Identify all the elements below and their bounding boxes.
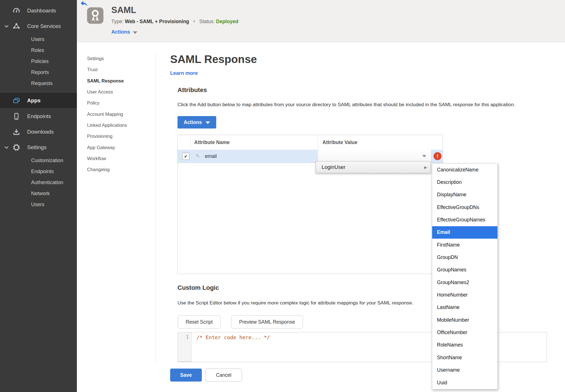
column-header-attribute-value: Attribute Value [322, 135, 358, 150]
editor-line-number-gutter: 1 [178, 332, 192, 362]
menu-item-email[interactable]: Email [432, 226, 497, 239]
status-badge: Deployed [216, 19, 238, 24]
download-icon [12, 128, 20, 136]
check-icon: ✔ [184, 154, 188, 159]
editor-code-line[interactable]: /* Enter code here... */ [196, 334, 270, 340]
sidebar-item-label: Endpoints [27, 113, 51, 119]
table-row[interactable]: ✔ ✎ email ! [178, 150, 443, 163]
attributes-description: Click the Add button below to map attrib… [177, 102, 515, 108]
menu-item-uuid[interactable]: Uuid [432, 376, 497, 389]
value-source-menu-loginuser[interactable]: LoginUser ▶ [316, 161, 431, 173]
sidebar-item-customization[interactable]: Customization [0, 155, 77, 166]
tab-trust[interactable]: Trust [87, 64, 146, 75]
reset-script-button[interactable]: Reset Script [178, 315, 220, 328]
attributes-heading: Attributes [177, 86, 207, 94]
menu-item-displayname[interactable]: DisplayName [432, 189, 497, 201]
preview-saml-response-button[interactable]: Preview SAML Response [231, 315, 303, 328]
menu-item-shortname[interactable]: ShortName [432, 351, 497, 364]
sidebar-item-dashboards[interactable]: Dashboards [0, 3, 77, 18]
attribute-submenu: CanonicalizeName Description DisplayName… [432, 163, 498, 389]
tab-app-gateway[interactable]: App Gateway [87, 142, 146, 153]
gear-icon [12, 143, 20, 151]
menu-item-lastname[interactable]: LastName [432, 301, 497, 314]
menu-item-groupnames2[interactable]: GroupNames2 [432, 276, 497, 289]
gauge-icon [12, 7, 20, 15]
custom-logic-description: Use the Script Editor below if you requi… [177, 300, 413, 306]
sidebar-item-settings-users[interactable]: Users [0, 199, 77, 210]
menu-item-canonicalizename[interactable]: CanonicalizeName [432, 164, 497, 176]
tab-provisioning[interactable]: Provisioning [87, 131, 146, 142]
sidebar-item-downloads[interactable]: Downloads [0, 124, 77, 140]
table-header-row: Attribute Name Attribute Value [178, 135, 443, 150]
sidebar-item-core-services[interactable]: Core Services [0, 18, 77, 34]
attribute-value-dropdown[interactable] [318, 150, 432, 163]
column-divider [190, 137, 191, 148]
tab-user-access[interactable]: User Access [87, 86, 146, 97]
sidebar-item-network[interactable]: Network [0, 188, 77, 199]
custom-logic-heading: Custom Logic [177, 284, 219, 291]
apps-icon [12, 97, 20, 104]
chevron-down-icon [133, 31, 137, 34]
menu-item-effectivegroupdns[interactable]: EffectiveGroupDNs [432, 201, 497, 214]
page-title: SAML [111, 5, 136, 15]
sidebar-item-label: Downloads [27, 129, 54, 135]
core-services-icon [12, 22, 20, 30]
app-meta-line: Type: Web - SAML + Provisioning • Status… [111, 19, 238, 25]
tab-linked-applications[interactable]: Linked Applications [87, 120, 146, 131]
row-checkbox[interactable]: ✔ [182, 153, 189, 160]
chevron-down-icon[interactable] [3, 144, 10, 151]
menu-item-officenumber[interactable]: OfficeNumber [432, 326, 497, 339]
attributes-actions-button[interactable]: Actions [177, 116, 216, 129]
tab-changelog[interactable]: Changelog [87, 164, 146, 175]
main-sidebar: Dashboards Core Services Users Roles Pol… [0, 0, 77, 392]
menu-item-groupdn[interactable]: GroupDN [432, 251, 497, 263]
type-value: Web - SAML + Provisioning [125, 19, 189, 24]
sidebar-item-users[interactable]: Users [0, 34, 77, 45]
submenu-arrow-icon: ▶ [424, 165, 427, 169]
menu-item-username[interactable]: Username [432, 364, 497, 376]
menu-item-effectivegroupnames[interactable]: EffectiveGroupNames [432, 214, 497, 226]
menu-item-firstname[interactable]: FirstName [432, 239, 497, 251]
chevron-down-icon [422, 155, 426, 157]
line-number: 1 [186, 334, 189, 340]
header-actions-menu[interactable]: Actions [111, 29, 137, 35]
menu-item-rolenames[interactable]: RoleNames [432, 339, 497, 351]
header-actions-label: Actions [111, 29, 130, 35]
sidebar-item-settings-endpoints[interactable]: Endpoints [0, 166, 77, 177]
sidebar-item-endpoints[interactable]: Endpoints [0, 108, 77, 124]
chevron-down-icon[interactable] [3, 23, 10, 29]
sidebar-item-settings[interactable]: Settings [0, 140, 77, 155]
sidebar-item-policies[interactable]: Policies [0, 56, 77, 67]
tab-account-mapping[interactable]: Account Mapping [87, 108, 146, 119]
error-icon: ! [434, 152, 441, 160]
chevron-down-icon [205, 121, 210, 124]
menu-item-mobilenumber[interactable]: MobileNumber [432, 314, 497, 326]
tab-workflow[interactable]: Workflow [87, 153, 146, 164]
sidebar-item-authentication[interactable]: Authentication [0, 177, 77, 188]
menu-item-homenumber[interactable]: HomeNumber [432, 289, 497, 301]
app-header: SAML Type: Web - SAML + Provisioning • S… [77, 0, 565, 43]
menu-item-groupnames[interactable]: GroupNames [432, 264, 497, 276]
tab-policy[interactable]: Policy [87, 97, 146, 108]
sidebar-item-requests[interactable]: Requests [0, 78, 77, 89]
app-root: Dashboards Core Services Users Roles Pol… [0, 0, 565, 392]
menu-item-description[interactable]: Description [432, 176, 497, 188]
sidebar-item-label: Core Services [27, 23, 61, 29]
app-section-nav: Settings Trust SAML Response User Access… [87, 53, 146, 175]
status-label: Status: [199, 19, 215, 24]
sidebar-item-reports[interactable]: Reports [0, 67, 77, 78]
meta-separator: • [193, 19, 195, 24]
cancel-button[interactable]: Cancel [205, 369, 242, 382]
sidebar-item-apps[interactable]: Apps [0, 92, 77, 108]
learn-more-link[interactable]: Learn more [170, 70, 198, 76]
tab-settings[interactable]: Settings [87, 53, 146, 64]
back-arrow-icon[interactable] [80, 1, 88, 7]
mobile-device-icon [12, 112, 20, 120]
sidebar-item-roles[interactable]: Roles [0, 45, 77, 56]
edit-pencil-icon: ✎ [195, 153, 200, 159]
save-button[interactable]: Save [170, 369, 202, 382]
value-menu-label: LoginUser [322, 164, 345, 170]
tab-saml-response[interactable]: SAML Response [87, 75, 146, 86]
type-label: Type: [111, 19, 124, 24]
section-title: SAML Response [170, 53, 257, 66]
